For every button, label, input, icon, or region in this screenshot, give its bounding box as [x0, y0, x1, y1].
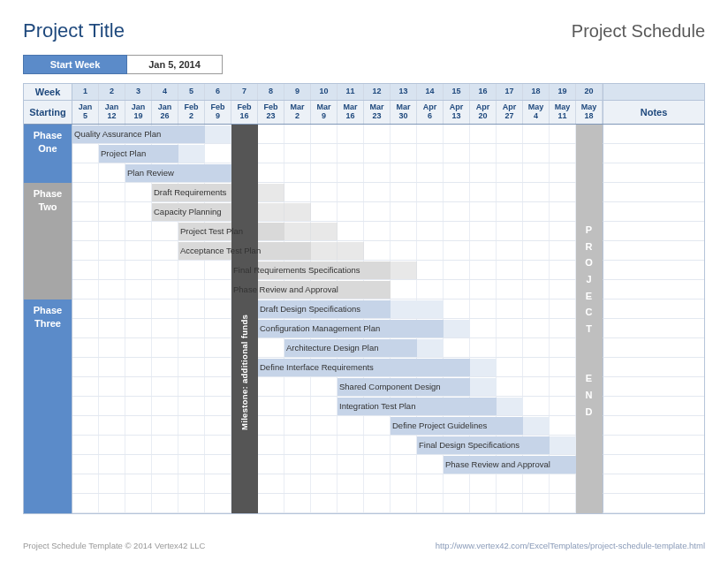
notes-cell[interactable]: [603, 358, 704, 377]
date-cell: Jan26: [152, 101, 178, 124]
footer-left: Project Schedule Template © 2014 Vertex4…: [23, 541, 205, 550]
notes-cell[interactable]: [603, 338, 704, 358]
date-cell: Feb9: [205, 101, 231, 124]
date-cell: Feb2: [178, 101, 205, 124]
week-number-cell: 13: [391, 84, 417, 100]
footer: Project Schedule Template © 2014 Vertex4…: [23, 541, 705, 550]
header-date-row: Starting Jan5Jan12Jan19Jan26Feb2Feb9Feb1…: [24, 101, 704, 125]
notes-cell[interactable]: [603, 455, 704, 474]
date-cell: Apr6: [417, 101, 444, 124]
task-bar-fade: [391, 300, 444, 318]
date-cell: Jan19: [125, 101, 152, 124]
task-label: Phase Review and Approval: [444, 455, 550, 474]
notes-cell[interactable]: [603, 436, 704, 455]
phase-column: PhaseOne PhaseTwo PhaseThree: [24, 125, 72, 513]
gantt-row[interactable]: [72, 474, 603, 494]
gantt-area[interactable]: Milestone: additional funds PROJECTEND Q…: [72, 125, 603, 513]
notes-cell[interactable]: [603, 416, 704, 436]
gantt-grid: Week 1234567891011121314151617181920 Sta…: [23, 83, 705, 514]
task-label: Quality Assurance Plan: [72, 125, 161, 144]
task-label: Configuration Management Plan: [258, 319, 380, 338]
date-cell: Mar23: [364, 101, 391, 124]
gantt-row[interactable]: [72, 222, 603, 241]
task-label: Integration Test Plan: [337, 397, 415, 416]
task-bar-fade: [178, 145, 205, 163]
notes-cell[interactable]: [603, 241, 704, 261]
week-number-cell: 1: [72, 84, 99, 100]
date-cell: Apr27: [497, 101, 523, 124]
notes-column: [603, 125, 704, 513]
header-starting-label: Starting: [24, 101, 72, 124]
week-number-cell: 12: [364, 84, 391, 100]
task-bar-fade: [470, 359, 497, 376]
start-week-value[interactable]: Jan 5, 2014: [127, 55, 223, 74]
gantt-row[interactable]: [72, 494, 603, 513]
date-cell: May18: [576, 101, 603, 124]
week-number-cell: 8: [258, 84, 284, 100]
date-cell: Apr13: [444, 101, 470, 124]
task-label: Phase Review and Approval: [231, 280, 338, 299]
date-cell: Jan12: [99, 101, 125, 124]
date-cell: Mar2: [284, 101, 311, 124]
task-bar-fade: [417, 339, 444, 357]
task-label: Acceptance Test Plan: [178, 241, 261, 261]
notes-cell[interactable]: [603, 397, 704, 416]
notes-cell[interactable]: [603, 144, 704, 163]
notes-cell[interactable]: [603, 377, 704, 397]
week-number-cell: 9: [284, 84, 311, 100]
header-notes-label: Notes: [603, 101, 704, 124]
week-number-cell: 11: [337, 84, 364, 100]
phase-one-label: PhaseOne: [24, 125, 72, 183]
task-label: Final Design Specifications: [417, 436, 519, 455]
date-cell: Apr20: [470, 101, 497, 124]
date-cell: Mar9: [311, 101, 337, 124]
start-week-label: Start Week: [23, 55, 127, 74]
task-bar-fade: [391, 262, 417, 279]
week-number-cell: 10: [311, 84, 337, 100]
notes-cell[interactable]: [603, 261, 704, 280]
week-number-cell: 3: [125, 84, 152, 100]
week-number-cell: 19: [550, 84, 576, 100]
task-bar-fade: [205, 125, 231, 143]
notes-cell[interactable]: [603, 319, 704, 338]
task-bar-fade: [497, 398, 523, 415]
week-number-cell: 14: [417, 84, 444, 100]
task-label: Architecture Design Plan: [284, 338, 379, 358]
week-number-cell: 7: [231, 84, 258, 100]
footer-link[interactable]: http://www.vertex42.com/ExcelTemplates/p…: [436, 541, 705, 550]
week-number-cell: 15: [444, 84, 470, 100]
week-number-cell: 18: [523, 84, 550, 100]
notes-cell[interactable]: [603, 222, 704, 241]
notes-cell[interactable]: [603, 202, 704, 222]
notes-cell[interactable]: [603, 494, 704, 513]
header-week-label: Week: [24, 84, 72, 100]
task-label: Define Project Guidelines: [391, 416, 487, 436]
week-number-cell: 17: [497, 84, 523, 100]
notes-cell[interactable]: [603, 299, 704, 319]
start-week-row: Start Week Jan 5, 2014: [23, 55, 705, 74]
task-bar-fade: [550, 436, 576, 454]
date-cell: Feb16: [231, 101, 258, 124]
week-number-cell: 4: [152, 84, 178, 100]
task-label: Draft Requirements: [152, 183, 226, 202]
notes-cell[interactable]: [603, 280, 704, 299]
task-bar-fade: [523, 417, 550, 435]
date-cell: Mar30: [391, 101, 417, 124]
task-label: Final Requirements Specifications: [231, 261, 360, 280]
task-label: Shared Component Design: [337, 377, 441, 397]
task-bar-fade: [311, 242, 364, 260]
phase-three-label: PhaseThree: [24, 299, 72, 513]
task-bar-fade: [444, 320, 470, 337]
header-week-row: Week 1234567891011121314151617181920: [24, 84, 704, 101]
notes-cell[interactable]: [603, 163, 704, 183]
task-label: Plan Review: [125, 163, 174, 183]
notes-cell[interactable]: [603, 474, 704, 494]
notes-cell[interactable]: [603, 125, 704, 144]
week-number-cell: 20: [576, 84, 603, 100]
task-bar-fade: [284, 223, 337, 240]
notes-cell[interactable]: [603, 183, 704, 202]
week-number-cell: 5: [178, 84, 205, 100]
gantt-body: PhaseOne PhaseTwo PhaseThree Milestone: …: [24, 125, 704, 513]
date-cell: Feb23: [258, 101, 284, 124]
page-subtitle: Project Schedule: [572, 21, 705, 42]
